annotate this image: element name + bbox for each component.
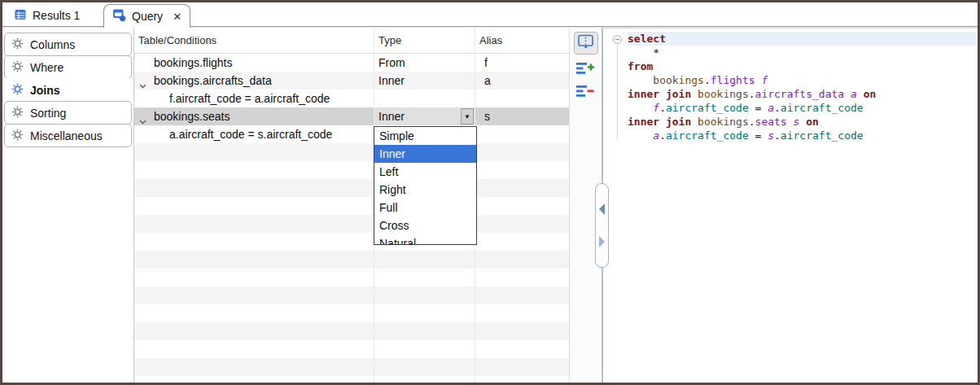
- dropdown-option-simple[interactable]: Simple: [374, 127, 476, 145]
- table-name-cell[interactable]: bookings.flights: [154, 54, 233, 72]
- empty-row: [134, 161, 569, 179]
- query-builder-window: Results 1 Query ✕ ColumnsWhereJoinsSorti…: [0, 0, 980, 385]
- join-type-cell[interactable]: Inner: [378, 72, 405, 90]
- editor-tab-bar: Results 1 Query ✕: [2, 2, 978, 27]
- alias-cell[interactable]: s: [484, 107, 490, 125]
- header-table-conditions: Table/Conditions: [138, 28, 217, 54]
- gear-icon: [11, 83, 24, 98]
- join-type-dropdown: SimpleInnerLeftRightFullCrossNatural: [374, 126, 477, 245]
- join-type-cell[interactable]: From: [378, 54, 405, 72]
- results-grid-icon: [14, 8, 27, 24]
- sql-preview-panel[interactable]: select *from bookings.flights finner joi…: [603, 28, 978, 383]
- header-alias: Alias: [479, 28, 502, 54]
- joins-table-header: Table/Conditions Type Alias: [134, 28, 569, 54]
- dropdown-option-inner[interactable]: Inner: [374, 145, 476, 163]
- collapse-right-icon: [599, 236, 605, 247]
- sidebar-item-label: Columns: [30, 38, 75, 51]
- sidebar-item-sorting[interactable]: Sorting: [4, 101, 132, 125]
- table-row[interactable]: bookings.flightsFromf: [134, 54, 569, 72]
- alias-cell[interactable]: a: [484, 72, 491, 90]
- join-type-combo-editor[interactable]: Inner▼: [374, 107, 475, 125]
- query-sections-sidebar: ColumnsWhereJoinsSortingMiscellaneous: [2, 28, 133, 383]
- table-row[interactable]: bookings.seatsInner▼s: [134, 107, 569, 125]
- empty-row: [134, 215, 569, 233]
- code-fold-collapse-icon[interactable]: [613, 35, 622, 44]
- sql-line: a.aircraft_code = s.aircraft_code: [628, 129, 976, 142]
- table-row[interactable]: bookings.aircrafts_dataInnera: [134, 72, 569, 90]
- sidebar-item-where[interactable]: Where: [4, 55, 132, 79]
- empty-row: [134, 143, 569, 161]
- tab-results[interactable]: Results 1: [7, 5, 86, 26]
- empty-row: [134, 287, 569, 304]
- empty-row: [134, 197, 569, 215]
- sql-line: bookings.flights f: [628, 73, 976, 87]
- join-type-value[interactable]: Inner: [374, 107, 461, 125]
- sql-line: select: [628, 32, 976, 46]
- gear-icon: [11, 60, 24, 75]
- header-type: Type: [378, 28, 401, 54]
- joins-table: Table/Conditions Type Alias bookings.fli…: [134, 28, 570, 383]
- table-row[interactable]: a.aircraft_code = s.aircraft_code: [134, 125, 569, 143]
- close-icon[interactable]: ✕: [173, 11, 182, 23]
- empty-row: [134, 322, 569, 340]
- splitter-collapse-handle[interactable]: [595, 183, 609, 268]
- sidebar-item-joins[interactable]: Joins: [4, 78, 132, 102]
- tab-query-label: Query: [132, 10, 163, 23]
- sidebar-item-label: Where: [30, 61, 63, 74]
- table-name-cell[interactable]: bookings.seats: [154, 107, 230, 125]
- sidebar-item-miscellaneous[interactable]: Miscellaneous: [4, 124, 132, 147]
- toggle-sql-preview-button[interactable]: [574, 32, 598, 55]
- dropdown-arrow-icon[interactable]: ▼: [461, 108, 474, 125]
- fold-scope-line: [617, 45, 618, 139]
- empty-row: [134, 340, 569, 358]
- tab-results-label: Results 1: [33, 9, 80, 22]
- empty-row: [134, 179, 569, 197]
- sidebar-item-label: Sorting: [30, 107, 66, 120]
- gear-icon: [11, 129, 24, 143]
- sql-line: *: [628, 46, 976, 59]
- gear-icon: [11, 37, 24, 52]
- dropdown-option-left[interactable]: Left: [374, 163, 476, 181]
- query-editor-icon: [112, 8, 126, 24]
- table-name-cell[interactable]: bookings.aircrafts_data: [154, 72, 272, 90]
- dropdown-option-cross[interactable]: Cross: [374, 217, 476, 234]
- empty-row: [134, 304, 569, 322]
- add-join-button[interactable]: [576, 62, 595, 79]
- table-row[interactable]: f.aircraft_code = a.aircraft_code: [134, 90, 569, 107]
- sql-line: inner join bookings.seats s on: [628, 115, 976, 129]
- dropdown-option-natural[interactable]: Natural: [374, 234, 476, 245]
- remove-join-button[interactable]: [576, 85, 595, 102]
- empty-row: [134, 376, 569, 383]
- sidebar-item-columns[interactable]: Columns: [4, 33, 132, 56]
- sql-line: f.aircraft_code = a.aircraft_code: [628, 101, 976, 115]
- sidebar-item-label: Joins: [30, 84, 60, 97]
- sql-line: inner join bookings.aircrafts_data a on: [628, 87, 976, 101]
- empty-row: [134, 251, 569, 269]
- join-condition-cell[interactable]: f.aircraft_code = a.aircraft_code: [169, 90, 330, 107]
- sidebar-item-label: Miscellaneous: [30, 129, 103, 142]
- sql-line: from: [628, 59, 976, 73]
- dropdown-option-right[interactable]: Right: [374, 181, 476, 199]
- empty-row: [134, 233, 569, 251]
- join-condition-cell[interactable]: a.aircraft_code = s.aircraft_code: [169, 125, 332, 143]
- dropdown-option-full[interactable]: Full: [374, 199, 476, 217]
- empty-row: [134, 269, 569, 287]
- gear-icon: [11, 106, 24, 120]
- sql-preview-panel-icon: [577, 34, 595, 52]
- collapse-left-icon: [599, 203, 605, 215]
- tab-query[interactable]: Query ✕: [103, 4, 190, 28]
- empty-row: [134, 358, 569, 376]
- sql-code: select *from bookings.flights finner joi…: [628, 32, 976, 142]
- alias-cell[interactable]: f: [484, 54, 488, 72]
